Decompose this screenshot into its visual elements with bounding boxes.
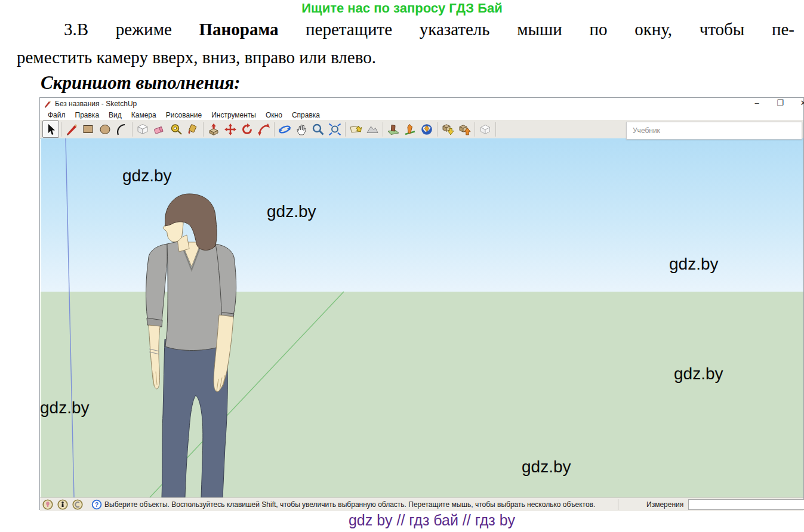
toolbar-separator (61, 122, 61, 137)
rotate-tool-button[interactable] (239, 120, 255, 138)
credits-badge-icon[interactable] (72, 499, 83, 510)
add-location-tool-button[interactable] (347, 120, 364, 138)
watermark: gdz.by (267, 203, 316, 220)
paragraph-line-2: реместить камеру вверх, вниз, вправо или… (17, 48, 376, 67)
svg-text:?: ? (95, 501, 99, 508)
promo-header: Ищите нас по запросу ГДЗ Бай (0, 1, 804, 16)
toggle-terrain-tool-button[interactable] (364, 120, 381, 138)
menu-рисование[interactable]: Рисование (161, 111, 207, 119)
maximize-button[interactable]: ❐ (775, 98, 785, 109)
toolbar-separator (132, 122, 133, 137)
circle-icon (98, 123, 112, 136)
close-button[interactable]: ✕ (799, 98, 804, 109)
share-model-icon (458, 123, 471, 136)
drawing-viewport[interactable] (41, 138, 803, 497)
zoom-extents-icon (328, 123, 341, 136)
get-models-tool-button[interactable] (439, 120, 456, 138)
zoom-extents-tool-button[interactable] (326, 120, 343, 138)
watermark: gdz.by (40, 400, 90, 416)
paragraph-line-1: 3.В режиме Панорама перетащите указатель… (64, 20, 794, 39)
sketchup-pencil-icon (44, 100, 51, 108)
line-icon (65, 123, 78, 136)
pan-icon (295, 123, 308, 136)
select-tool-button[interactable] (42, 120, 59, 138)
menu-справка[interactable]: Справка (287, 111, 325, 119)
paint-bucket-icon (186, 123, 199, 136)
paragraph-text: перетащите указатель мыши по окну, чтобы… (278, 20, 794, 39)
instructor-tray[interactable]: Учебник (626, 122, 802, 140)
rotate-icon (241, 123, 254, 136)
eraser-tool-button[interactable] (151, 120, 168, 138)
select-icon (44, 123, 57, 136)
toggle-terrain-icon (366, 123, 379, 136)
google-earth-tool-button[interactable] (418, 120, 435, 138)
measurements-label: Измерения (646, 500, 683, 509)
paint-bucket-tool-button[interactable] (184, 120, 201, 138)
toolbar-separator (203, 122, 204, 137)
make-component-icon (136, 123, 149, 136)
geolocation-badge-icon[interactable] (42, 499, 53, 510)
footer-keywords: gdz by // гдз бай // гдз by (60, 512, 804, 529)
photo-textures-tool-button[interactable] (385, 120, 402, 138)
sketchup-window: Без названия - SketchUp –❐✕ ФайлПравкаВи… (39, 97, 804, 510)
status-bar: ? Выберите объекты. Воспользуйтесь клави… (40, 497, 803, 511)
toolbar-separator (475, 122, 475, 137)
tape-measure-icon (170, 123, 183, 136)
menu-файл[interactable]: Файл (43, 111, 70, 119)
watermark: gdz.by (522, 459, 571, 475)
watermark: gdz.by (122, 168, 172, 184)
status-divider (618, 499, 618, 510)
page: { "doc": { "green_header": "Ищите нас по… (0, 0, 804, 532)
toolbar-separator (495, 122, 496, 137)
share-model-tool-button[interactable] (456, 120, 473, 138)
get-models-icon (441, 123, 454, 136)
attribution-badge-icon[interactable] (57, 499, 68, 510)
line-tool-button[interactable] (63, 120, 80, 138)
tray-title: Учебник (633, 126, 660, 135)
minimize-button[interactable]: – (752, 98, 762, 109)
menu-вид[interactable]: Вид (104, 111, 127, 119)
tape-measure-tool-button[interactable] (168, 120, 184, 138)
arc-tool-button[interactable] (113, 120, 130, 138)
push-pull-tool-button[interactable] (205, 120, 222, 138)
paragraph-bold-word: Панорама (199, 20, 278, 39)
menu-инструменты[interactable]: Инструменты (207, 111, 261, 119)
eraser-icon (153, 123, 166, 136)
move-tool-button[interactable] (222, 120, 239, 138)
zoom-icon (312, 123, 325, 136)
paragraph-text: 3.В режиме (64, 20, 199, 39)
watermark: gdz.by (669, 256, 719, 273)
pan-tool-button[interactable] (293, 120, 310, 138)
menu-камера[interactable]: Камера (127, 111, 161, 119)
window-title: Без названия - SketchUp (55, 100, 137, 108)
help-icon[interactable]: ? (91, 499, 102, 510)
photo-textures-icon (387, 123, 400, 136)
preview-in-google-earth-icon (403, 123, 417, 136)
toolbar-separator (383, 122, 383, 137)
add-location-icon (349, 123, 362, 136)
window-titlebar[interactable]: Без названия - SketchUp –❐✕ (40, 98, 803, 110)
preview-in-google-earth-tool-button[interactable] (402, 120, 418, 138)
rectangle-icon (82, 123, 95, 136)
orbit-icon (278, 123, 291, 136)
screenshot-subheading: Скриншот выполнения: (41, 72, 240, 94)
menu-bar: ФайлПравкаВидКамераРисованиеИнструментыО… (40, 110, 803, 120)
circle-tool-button[interactable] (97, 120, 113, 138)
make-component-tool-button[interactable] (134, 120, 151, 138)
toolbar-separator (274, 122, 275, 137)
rectangle-tool-button[interactable] (80, 120, 97, 138)
zoom-tool-button[interactable] (310, 120, 326, 138)
watermark: gdz.by (674, 366, 723, 382)
component-tool-button[interactable] (477, 120, 494, 138)
menu-правка[interactable]: Правка (70, 111, 104, 119)
menu-окно[interactable]: Окно (261, 111, 287, 119)
google-earth-icon (420, 123, 433, 136)
arc-icon (115, 123, 128, 136)
ground-plane (41, 292, 803, 497)
offset-tool-button[interactable] (255, 120, 272, 138)
offset-icon (257, 123, 270, 136)
component-icon (479, 123, 492, 136)
move-icon (224, 123, 237, 136)
measurements-input[interactable] (688, 499, 804, 510)
orbit-tool-button[interactable] (276, 120, 293, 138)
